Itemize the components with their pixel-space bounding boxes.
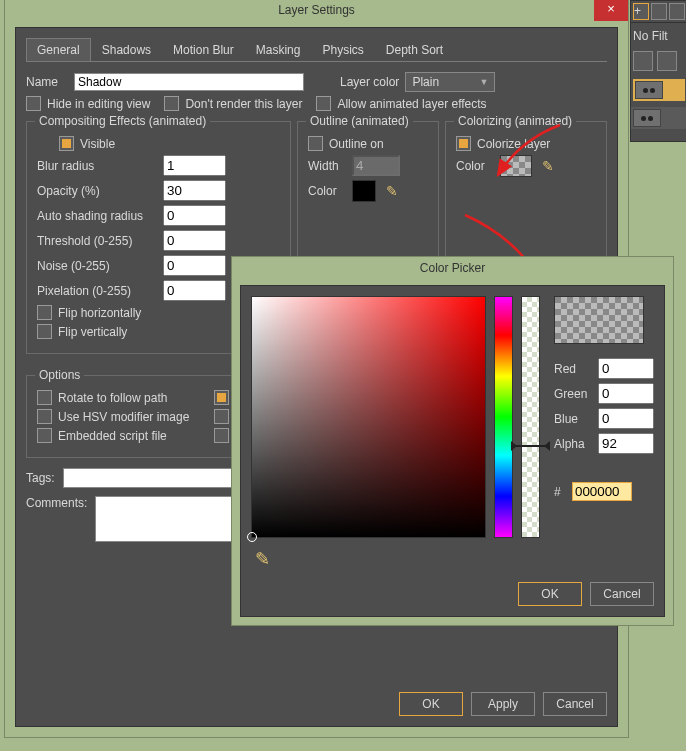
layer-color-value: Plain: [412, 75, 439, 89]
pixelation-input[interactable]: [163, 280, 226, 301]
apply-button[interactable]: Apply: [471, 692, 535, 716]
opacity-input[interactable]: [163, 180, 226, 201]
outline-color-swatch[interactable]: [352, 180, 376, 202]
name-label: Name: [26, 75, 68, 89]
tab-motion-blur[interactable]: Motion Blur: [162, 38, 245, 61]
close-icon[interactable]: ×: [594, 0, 628, 21]
option-s-checkbox[interactable]: [214, 390, 229, 405]
colorizing-group-label: Colorizing (animated): [454, 114, 576, 128]
outline-width-label: Width: [308, 159, 346, 173]
red-label: Red: [554, 362, 592, 376]
pixelation-label: Pixelation (0-255): [37, 284, 157, 298]
opacity-label: Opacity (%): [37, 184, 157, 198]
blur-radius-input[interactable]: [163, 155, 226, 176]
layer-color-dropdown[interactable]: Plain ▼: [405, 72, 495, 92]
saturation-value-field[interactable]: [251, 296, 486, 538]
tab-shadows[interactable]: Shadows: [91, 38, 162, 61]
option-i-checkbox[interactable]: [214, 409, 229, 424]
flip-h-label: Flip horizontally: [58, 306, 141, 320]
visible-label: Visible: [80, 137, 115, 151]
ok-button[interactable]: OK: [399, 692, 463, 716]
layer-tool-1[interactable]: [633, 51, 653, 71]
layer-row-selected[interactable]: [633, 79, 685, 101]
chevron-down-icon: ▼: [479, 77, 488, 87]
eyedropper-icon[interactable]: ✎: [538, 158, 554, 174]
layer-tool-2[interactable]: [657, 51, 677, 71]
outline-color-label: Color: [308, 184, 346, 198]
eyedropper-icon[interactable]: ✎: [382, 183, 398, 199]
outline-group-label: Outline (animated): [306, 114, 413, 128]
layer-row[interactable]: [631, 107, 686, 129]
embedded-script-label: Embedded script file: [58, 429, 208, 443]
ok-button[interactable]: OK: [518, 582, 582, 606]
dialog-title-text: Color Picker: [420, 261, 485, 275]
green-label: Green: [554, 387, 592, 401]
tags-label: Tags:: [26, 471, 55, 485]
comments-label: Comments:: [26, 496, 87, 510]
dont-render-checkbox[interactable]: [164, 96, 179, 111]
flip-v-label: Flip vertically: [58, 325, 127, 339]
threshold-input[interactable]: [163, 230, 226, 251]
hide-editing-checkbox[interactable]: [26, 96, 41, 111]
cancel-button[interactable]: Cancel: [543, 692, 607, 716]
colorize-label: Colorize layer: [477, 137, 550, 151]
rotate-follow-checkbox[interactable]: [37, 390, 52, 405]
autoshading-label: Auto shading radius: [37, 209, 157, 223]
alpha-input[interactable]: [598, 433, 654, 454]
hue-slider[interactable]: [494, 296, 513, 538]
flip-h-checkbox[interactable]: [37, 305, 52, 320]
noise-input[interactable]: [163, 255, 226, 276]
hex-label: #: [554, 485, 566, 499]
red-input[interactable]: [598, 358, 654, 379]
outline-on-label: Outline on: [329, 137, 384, 151]
embedded-script-checkbox[interactable]: [37, 428, 52, 443]
visibility-icon[interactable]: [633, 109, 661, 127]
visibility-icon[interactable]: [635, 81, 663, 99]
hsv-label: Use HSV modifier image: [58, 410, 208, 424]
compositing-label: Compositing Effects (animated): [35, 114, 210, 128]
flip-v-checkbox[interactable]: [37, 324, 52, 339]
dialog-title: Layer Settings ×: [5, 0, 628, 21]
filter-dropdown[interactable]: No Filt: [633, 29, 685, 43]
blur-radius-label: Blur radius: [37, 159, 157, 173]
visible-checkbox[interactable]: [59, 136, 74, 151]
eyedropper-icon[interactable]: ✎: [251, 548, 270, 570]
green-input[interactable]: [598, 383, 654, 404]
outline-width-input: [352, 155, 400, 176]
blue-input[interactable]: [598, 408, 654, 429]
alpha-slider[interactable]: [521, 296, 540, 538]
options-label: Options: [35, 368, 84, 382]
alpha-label: Alpha: [554, 437, 592, 451]
alpha-slider-handle-icon: [516, 445, 545, 447]
tab-depth-sort[interactable]: Depth Sort: [375, 38, 454, 61]
sv-cursor-icon: [247, 532, 257, 542]
rotate-follow-label: Rotate to follow path: [58, 391, 208, 405]
noise-label: Noise (0-255): [37, 259, 157, 273]
layer-color-label: Layer color: [340, 75, 399, 89]
threshold-label: Threshold (0-255): [37, 234, 157, 248]
tab-general[interactable]: General: [26, 38, 91, 61]
hsv-checkbox[interactable]: [37, 409, 52, 424]
tab-bar: General Shadows Motion Blur Masking Phys…: [26, 38, 607, 62]
colorize-checkbox[interactable]: [456, 136, 471, 151]
allow-animated-checkbox[interactable]: [316, 96, 331, 111]
autoshading-input[interactable]: [163, 205, 226, 226]
colorize-color-swatch[interactable]: [500, 155, 532, 177]
option-i2-checkbox[interactable]: [214, 428, 229, 443]
allow-animated-label: Allow animated layer effects: [337, 97, 486, 111]
tab-masking[interactable]: Masking: [245, 38, 312, 61]
colorize-color-label: Color: [456, 159, 494, 173]
outline-on-checkbox[interactable]: [308, 136, 323, 151]
dialog-title: Color Picker: [232, 257, 673, 279]
cancel-button[interactable]: Cancel: [590, 582, 654, 606]
color-preview-swatch: [554, 296, 644, 344]
tab-physics[interactable]: Physics: [311, 38, 374, 61]
dock-icon-add[interactable]: +: [633, 3, 649, 20]
dock-icon-dup[interactable]: [651, 3, 667, 20]
hide-editing-label: Hide in editing view: [47, 97, 150, 111]
dock-icon-3[interactable]: [669, 3, 685, 20]
dont-render-label: Don't render this layer: [185, 97, 302, 111]
dock-panel: + No Filt: [630, 0, 686, 142]
hex-input[interactable]: [572, 482, 632, 501]
name-input[interactable]: [74, 73, 304, 91]
